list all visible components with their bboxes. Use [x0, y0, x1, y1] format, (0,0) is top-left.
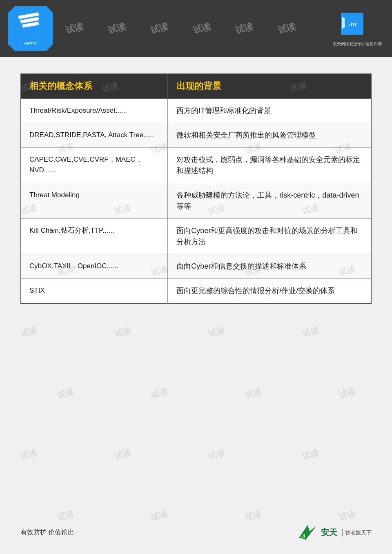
footer-sub: 智者数天下: [342, 529, 372, 536]
antiy-logo: ANTIY: [8, 6, 53, 51]
header-banner: ANTIY 试读 试读 试读 试读 试读 试读 ANTIY 安天网络安全专训营第…: [0, 0, 392, 57]
watermark-29: 试读: [150, 508, 169, 523]
footer-logo: 安天 智者数天下: [297, 523, 372, 542]
table-cell-concept: Kill Chain,钻石分析,TTP......: [21, 219, 168, 254]
svg-marker-5: [299, 535, 305, 540]
footer-brand: 安天: [321, 527, 337, 538]
watermark-20: 试读: [56, 386, 75, 400]
table-cell-concept: CAPEC,CWE,CVE,CVRF，MAEC，NVD......: [21, 148, 168, 183]
watermark-19: 试读: [301, 325, 320, 339]
top-right-logo-icon: ANTIY: [339, 11, 376, 39]
footer-logo-icon: [297, 523, 318, 542]
watermark-31: 试读: [338, 508, 356, 523]
table-cell-concept: DREAD,STRIDE,PASTA, Attack Tree......: [21, 123, 168, 148]
header-wm-5: 试读: [234, 20, 254, 37]
logo-text: ANTIY: [24, 41, 37, 45]
table-cell-concept: CybOX,TAXII，OpenIOC......: [21, 254, 168, 279]
header-wm-1: 试读: [64, 20, 85, 37]
footer-slogan: 有效防护 价值输出: [20, 528, 74, 537]
table-cell-background: 面向Cyber和更高强度的攻击和对抗的场景的分析工具和分析方法: [168, 219, 371, 254]
watermark-22: 试读: [244, 386, 263, 400]
header-wm-6: 试读: [276, 20, 297, 37]
col1-header: 相关的概念体系: [21, 74, 168, 98]
watermark-21: 试读: [150, 386, 169, 400]
table-cell-concept: STIX: [21, 279, 168, 304]
watermark-23: 试读: [338, 386, 356, 400]
watermark-27: 试读: [301, 447, 320, 462]
watermark-28: 试读: [56, 508, 75, 523]
watermark-30: 试读: [244, 508, 263, 523]
watermark-17: 试读: [113, 325, 132, 339]
col2-header: 出现的背景: [168, 74, 371, 98]
table-cell-background: 面向Cyber和信息交换的描述和标准体系: [168, 254, 371, 279]
table-cell-concept: Threat Modeling: [21, 183, 168, 219]
header-wm-4: 试读: [192, 20, 212, 37]
watermark-16: 试读: [19, 325, 38, 339]
watermark-26: 试读: [207, 447, 226, 462]
concept-table: 相关的概念体系 出现的背景 Threat/Risk/Exposure/Asset…: [20, 73, 372, 304]
main-content: 相关的概念体系 出现的背景 Threat/Risk/Exposure/Asset…: [0, 57, 392, 316]
table-cell-concept: Threat/Risk/Exposure/Asset......: [21, 98, 168, 123]
top-right-subtitle: 安天网络安全专训营第四期: [333, 41, 382, 47]
table-row: STIX面向更完整的综合性的情报分析/作业/交换的体系: [21, 279, 371, 304]
table-row: Threat Modeling各种威胁建模的方法论，工具，risk-centri…: [21, 183, 371, 219]
table-cell-background: 面向更完整的综合性的情报分析/作业/交换的体系: [168, 279, 371, 304]
table-row: CybOX,TAXII，OpenIOC......面向Cyber和信息交换的描述…: [21, 254, 371, 279]
table-cell-background: 微软和相关安全厂商所推出的风险管理模型: [168, 123, 371, 148]
table-row: CAPEC,CWE,CVE,CVRF，MAEC，NVD......对攻击模式，脆…: [21, 148, 371, 183]
table-cell-background: 各种威胁建模的方法论，工具，risk-centric，data-driven等等: [168, 183, 371, 219]
header-wm-2: 试读: [107, 20, 127, 37]
header-wm-3: 试读: [149, 20, 169, 37]
table-cell-background: 西方的IT管理和标准化的背景: [168, 98, 371, 123]
table-row: DREAD,STRIDE,PASTA, Attack Tree......微软和…: [21, 123, 371, 148]
watermark-25: 试读: [113, 447, 132, 462]
watermark-24: 试读: [19, 447, 38, 462]
watermark-18: 试读: [207, 325, 226, 339]
table-row: Threat/Risk/Exposure/Asset......西方的IT管理和…: [21, 98, 371, 123]
table-cell-background: 对攻击模式，脆弱点，漏洞等各种基础的安全元素的标定和描述结构: [168, 148, 371, 183]
table-row: Kill Chain,钻石分析,TTP......面向Cyber和更高强度的攻击…: [21, 219, 371, 254]
footer: 有效防护 价值输出 安天 智者数天下: [20, 523, 372, 542]
header-right-logo: ANTIY 安天网络安全专训营第四期: [331, 4, 384, 53]
